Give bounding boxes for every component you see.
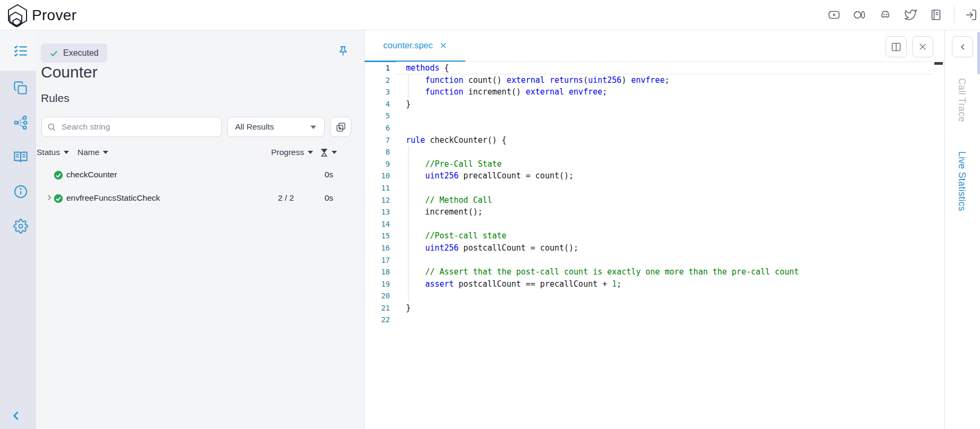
column-header-duration[interactable] bbox=[320, 148, 337, 157]
code-line[interactable]: 17 bbox=[365, 254, 945, 267]
search-input[interactable] bbox=[60, 122, 216, 132]
line-number: 2 bbox=[365, 74, 393, 87]
hourglass-icon bbox=[320, 148, 328, 157]
line-number: 5 bbox=[365, 110, 393, 122]
rules-checklist-icon[interactable] bbox=[13, 44, 28, 58]
line-number: 6 bbox=[365, 122, 393, 134]
code-line[interactable]: 13 increment(); bbox=[365, 206, 945, 218]
contracts-files-icon[interactable] bbox=[13, 81, 28, 96]
spec-editor: counter.spec 1methods {2 function count(… bbox=[364, 30, 944, 429]
code-line[interactable]: 15 //Post-call state bbox=[365, 230, 945, 242]
rules-table-header: Status Name Progress bbox=[36, 147, 364, 160]
indent-guide bbox=[408, 146, 409, 158]
line-number: 8 bbox=[365, 146, 393, 158]
brand-logo[interactable]: Prover bbox=[6, 4, 76, 27]
tab-close-icon[interactable] bbox=[440, 42, 447, 49]
indent-guide bbox=[408, 206, 409, 218]
tab-live-statistics[interactable]: Live Statistics bbox=[956, 151, 967, 211]
indent-guide bbox=[408, 218, 409, 230]
column-header-progress[interactable]: Progress bbox=[271, 148, 313, 157]
tab-call-trace[interactable]: Call Trace bbox=[956, 78, 967, 122]
line-number: 15 bbox=[365, 230, 393, 242]
top-header: Prover bbox=[0, 0, 980, 30]
sort-arrow-icon bbox=[64, 151, 69, 154]
column-header-name[interactable]: Name bbox=[77, 148, 108, 157]
column-header-status[interactable]: Status bbox=[37, 148, 69, 157]
success-status-icon bbox=[54, 194, 63, 203]
right-rail: Call Trace Live Statistics bbox=[944, 30, 980, 429]
code-line[interactable]: 6 bbox=[365, 122, 945, 134]
success-status-icon bbox=[54, 170, 63, 180]
rule-duration: 0s bbox=[325, 193, 333, 203]
code-line[interactable]: 21} bbox=[365, 302, 945, 314]
sidebar-collapse-chevron[interactable] bbox=[10, 409, 23, 423]
page-scrollbar-thumb[interactable] bbox=[977, 32, 980, 74]
code-line[interactable]: 2 function count() external returns(uint… bbox=[365, 74, 945, 87]
line-number: 14 bbox=[365, 218, 393, 230]
line-number: 9 bbox=[365, 158, 393, 170]
code-line[interactable]: 8 bbox=[365, 146, 945, 158]
page-title: Counter bbox=[41, 63, 98, 81]
split-view-button[interactable] bbox=[886, 36, 907, 57]
line-number: 4 bbox=[365, 98, 393, 110]
code-line[interactable]: 22 bbox=[365, 314, 945, 326]
line-number: 13 bbox=[365, 206, 393, 218]
sort-arrow-icon bbox=[103, 151, 108, 154]
code-line[interactable]: 10 uint256 precallCount = count(); bbox=[365, 170, 945, 182]
icon-sidebar bbox=[0, 30, 36, 429]
expand-panel-button[interactable] bbox=[952, 36, 973, 57]
search-icon bbox=[47, 123, 56, 132]
call-graph-icon[interactable] bbox=[13, 115, 28, 130]
pin-icon[interactable] bbox=[337, 45, 351, 58]
line-number: 18 bbox=[365, 266, 393, 278]
indent-guide bbox=[408, 266, 409, 278]
code-line[interactable]: 9 //Pre-Call State bbox=[365, 158, 945, 170]
code-line[interactable]: 14 bbox=[365, 218, 945, 230]
code-line[interactable]: 5 bbox=[365, 110, 945, 122]
indent-guide bbox=[408, 182, 409, 194]
youtube-icon[interactable] bbox=[825, 5, 844, 24]
discord-icon[interactable] bbox=[875, 5, 895, 24]
tab-counter-spec[interactable]: counter.spec bbox=[365, 30, 465, 62]
expand-chevron-icon[interactable] bbox=[45, 193, 54, 202]
info-icon[interactable] bbox=[13, 184, 28, 199]
indent-guide bbox=[408, 242, 409, 254]
badge-check-icon bbox=[49, 49, 58, 58]
close-editor-button[interactable] bbox=[912, 36, 933, 57]
line-number: 21 bbox=[365, 302, 393, 314]
line-number: 1 bbox=[365, 62, 393, 74]
code-line[interactable]: 20 bbox=[365, 290, 945, 302]
code-line[interactable]: 4} bbox=[365, 98, 945, 110]
medium-icon[interactable] bbox=[850, 5, 869, 24]
results-filter-select[interactable]: All Results bbox=[227, 117, 325, 137]
code-line[interactable]: 11 bbox=[365, 182, 945, 194]
editor-scrollbar-thumb[interactable] bbox=[934, 62, 943, 65]
spec-book-icon[interactable] bbox=[13, 150, 28, 165]
twitter-icon[interactable] bbox=[901, 5, 920, 24]
code-lines[interactable]: 1methods {2 function count() external re… bbox=[365, 62, 945, 429]
line-number: 17 bbox=[365, 254, 393, 267]
indent-guide bbox=[408, 170, 409, 182]
indent-guide bbox=[408, 86, 409, 98]
prover-logo-icon bbox=[6, 4, 29, 27]
code-line[interactable]: 1methods { bbox=[365, 62, 945, 74]
settings-gear-icon[interactable] bbox=[13, 219, 28, 234]
docs-icon[interactable] bbox=[926, 5, 946, 24]
rule-name: checkCounter bbox=[66, 170, 117, 179]
duplicate-tab-button[interactable] bbox=[330, 117, 351, 137]
code-line[interactable]: 3 function increment() external envfree; bbox=[365, 86, 945, 98]
code-line[interactable]: 7rule checkCounter() { bbox=[365, 134, 945, 147]
line-number: 19 bbox=[365, 278, 393, 290]
code-line[interactable]: 18 // Assert that the post-call count is… bbox=[365, 266, 945, 278]
code-line[interactable]: 16 uint256 postcallCount = count(); bbox=[365, 242, 945, 254]
code-line[interactable]: 19 assert postcallCount == precallCount … bbox=[365, 278, 945, 290]
editor-tabbar: counter.spec bbox=[365, 30, 945, 62]
sign-out-icon[interactable] bbox=[961, 5, 980, 24]
search-box bbox=[41, 117, 222, 137]
badge-label: Executed bbox=[63, 48, 99, 58]
rule-row[interactable]: envfreeFuncsStaticCheck 2 / 2 0s bbox=[36, 187, 364, 210]
rule-row[interactable]: checkCounter 0s bbox=[36, 164, 364, 187]
app-window: Prover bbox=[0, 0, 980, 429]
code-line[interactable]: 12 // Method Call bbox=[365, 194, 945, 207]
rules-panel: Executed Counter Rules All Results bbox=[36, 30, 364, 429]
